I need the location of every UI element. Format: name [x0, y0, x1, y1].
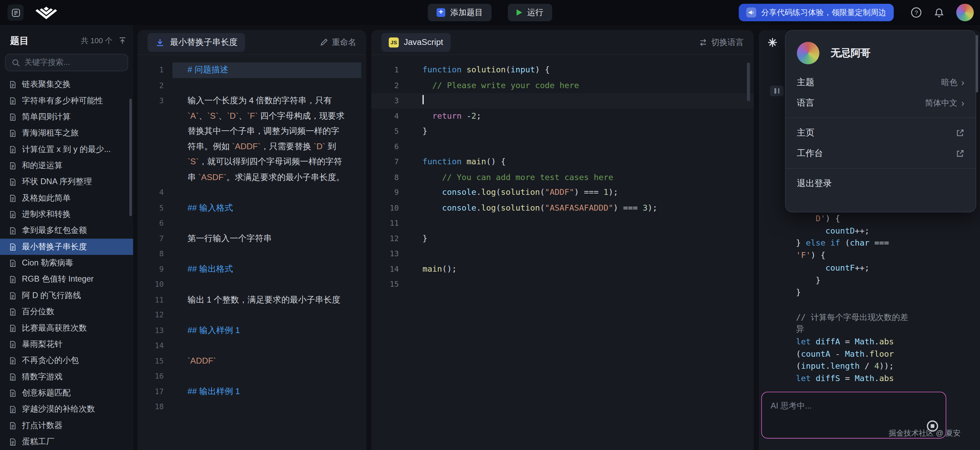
markdown-line: 13## 输入样例 1 — [138, 323, 366, 338]
user-dropdown-menu: 无忌阿哥 主题 暗色› 语言 简体中文› 主页 工作台 退出登录 — [785, 30, 976, 212]
markdown-editor[interactable]: 1# 问题描述23输入一个长度为 4 倍数的字符串，只有 `A`、`S`、`D`… — [138, 55, 366, 450]
sidebar-item[interactable]: 字符串有多少种可能性 — [0, 92, 133, 109]
document-icon — [9, 243, 17, 251]
ai-code-line: // 计算每个字母出现次数的差 — [786, 311, 974, 323]
language-menu-item[interactable]: 语言 简体中文› — [786, 92, 976, 113]
document-icon — [9, 421, 17, 430]
search-input[interactable] — [24, 58, 121, 67]
watermark: 掘金技术社区 @ 夏安 — [889, 428, 961, 439]
sidebar-item[interactable]: 和的逆运算 — [0, 157, 133, 173]
home-menu-item[interactable]: 主页 — [786, 122, 976, 143]
sidebar-item[interactable]: 创意标题匹配 — [0, 385, 133, 401]
code-line: 1function solution(input) { — [371, 62, 754, 78]
rename-button[interactable]: 重命名 — [320, 37, 356, 48]
document-icon — [9, 194, 17, 202]
search-box[interactable] — [5, 54, 128, 72]
text-cursor — [422, 95, 424, 104]
sidebar-item[interactable]: 阿 D 的飞行路线 — [0, 288, 133, 304]
external-link-icon — [956, 128, 964, 137]
sidebar-item[interactable]: 穿越沙漠的补给次数 — [0, 401, 133, 417]
sidebar-item[interactable]: 比赛最高获胜次数 — [0, 320, 133, 336]
run-label: 运行 — [527, 7, 543, 18]
sidebar-item[interactable]: Cion 勒索病毒 — [0, 255, 133, 271]
app: + 添加题目 运行 分享代码练习体验，领限量定制周边 ? — [0, 0, 980, 450]
sidebar-item[interactable]: 及格如此简单 — [0, 190, 133, 206]
markdown-line: 12 — [138, 307, 366, 323]
sidebar-item[interactable]: 暴雨梨花针 — [0, 336, 133, 352]
workspace-menu-item[interactable]: 工作台 — [786, 143, 976, 164]
sidebar-item[interactable]: 拿到最多红包金额 — [0, 222, 133, 239]
chevron-right-icon: › — [961, 78, 964, 87]
document-icon — [9, 129, 17, 137]
switch-language-button[interactable]: 切换语言 — [698, 37, 744, 48]
document-icon — [9, 259, 17, 267]
sidebar-item[interactable]: 猜数字游戏 — [0, 369, 133, 385]
code-line: 13 — [371, 246, 754, 262]
sidebar-item[interactable]: 青海湖租车之旅 — [0, 125, 133, 141]
code-line: 7function main() { — [371, 154, 754, 170]
ai-code-line: (input.length / 4)); — [786, 360, 974, 372]
markdown-line: 1# 问题描述 — [138, 62, 366, 78]
sidebar-item[interactable]: 打点计数器 — [0, 417, 133, 434]
add-question-button[interactable]: + 添加题目 — [428, 4, 492, 21]
ai-input-placeholder: AI 思考中... — [771, 401, 812, 410]
sidebar-item[interactable]: 链表聚集交换 — [0, 76, 133, 92]
markdown-line: 18 — [138, 399, 366, 415]
document-icon — [9, 145, 17, 153]
document-icon — [9, 162, 17, 170]
user-avatar[interactable] — [956, 4, 974, 21]
markdown-line: 8 — [138, 246, 366, 262]
theme-label: 主题 — [797, 76, 814, 88]
ai-code-line: countF++; — [786, 262, 974, 274]
code-line: 11 — [371, 215, 754, 231]
sidebar-item[interactable]: 简单四则计算 — [0, 109, 133, 125]
search-icon — [12, 58, 20, 67]
collapse-icon[interactable] — [118, 37, 127, 45]
sidebar-item[interactable]: 蛋糕工厂 — [0, 434, 133, 450]
code-line: 12} — [371, 231, 754, 246]
markdown-line: 4 — [138, 185, 366, 200]
juejin-logo-icon[interactable] — [33, 6, 60, 19]
ai-code-line: } — [786, 286, 974, 299]
language-tab[interactable]: JS JavaScript — [381, 33, 450, 52]
document-icon — [9, 226, 17, 235]
problem-title-chip[interactable]: 最小替换子串长度 — [148, 33, 245, 52]
ai-code-line: } else if (char === — [786, 237, 974, 250]
sidebar-item[interactable]: RGB 色值转 Integer — [0, 271, 133, 288]
markdown-line: 5## 输入格式 — [138, 200, 366, 216]
menu-button[interactable] — [8, 5, 24, 21]
sidebar-scrollbar[interactable] — [129, 99, 132, 216]
username: 无忌阿哥 — [831, 47, 871, 60]
logout-menu-item[interactable]: 退出登录 — [786, 173, 976, 194]
language-name: JavaScript — [404, 37, 443, 47]
topbar: + 添加题目 运行 分享代码练习体验，领限量定制周边 ? — [0, 0, 980, 25]
bell-icon[interactable] — [934, 7, 944, 18]
sidebar-item[interactable]: 环状 DNA 序列整理 — [0, 173, 133, 190]
code-line: 2 // Please write your code here — [371, 78, 754, 93]
menu-icon — [11, 8, 20, 17]
pencil-icon — [320, 38, 328, 46]
sidebar-item[interactable]: 最小替换子串长度 — [0, 239, 133, 255]
editor-scrollbar[interactable] — [747, 62, 750, 101]
code-line: 4 return -2; — [371, 108, 754, 124]
ai-code-line: let diffA = Math.abs — [786, 336, 974, 348]
ai-code-line — [786, 299, 974, 311]
swap-icon — [698, 38, 708, 47]
sidebar-item[interactable]: 计算位置 x 到 y 的最少... — [0, 141, 133, 157]
logout-label: 退出登录 — [797, 178, 832, 189]
code-editor[interactable]: 1function solution(input) {2 // Please w… — [371, 55, 754, 450]
markdown-line: 17## 输出样例 1 — [138, 384, 366, 399]
help-icon[interactable]: ? — [911, 7, 922, 18]
markdown-line: 14 — [138, 338, 366, 353]
problem-sidebar: 题目 共 100 个 链表聚集交换字符串有多少种可能性简单四则计算青海湖租车之旅… — [0, 25, 133, 450]
promo-banner[interactable]: 分享代码练习体验，领限量定制周边 — [739, 4, 894, 21]
sidebar-title: 题目 — [10, 35, 81, 47]
sidebar-item[interactable]: 不再贪心的小包 — [0, 352, 133, 368]
ai-panel-scrollbar[interactable] — [975, 35, 978, 92]
sidebar-item[interactable]: 百分位数 — [0, 304, 133, 320]
sidebar-item[interactable]: 进制求和转换 — [0, 206, 133, 222]
panel-drag-handle[interactable] — [770, 86, 784, 96]
theme-menu-item[interactable]: 主题 暗色› — [786, 72, 976, 92]
run-button[interactable]: 运行 — [508, 4, 552, 21]
markdown-line: 3输入一个长度为 4 倍数的字符串，只有 `A`、`S`、`D`、`F` 四个字… — [138, 93, 366, 185]
